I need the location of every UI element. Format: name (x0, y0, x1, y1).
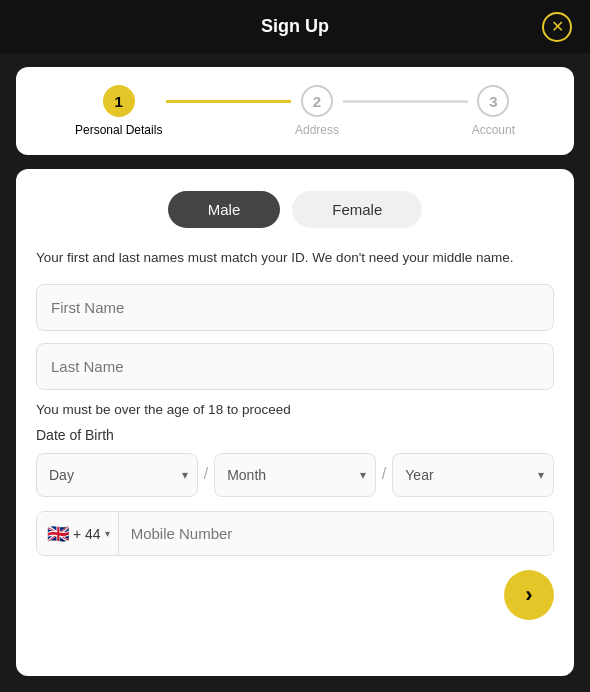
next-btn-wrap: › (36, 570, 554, 620)
step-3-circle: 3 (477, 85, 509, 117)
dob-label: Date of Birth (36, 427, 554, 443)
step-1: 1 Personal Details (75, 85, 162, 137)
country-chevron-icon: ▾ (105, 528, 110, 539)
country-code-text: + 44 (73, 526, 101, 542)
step-2: 2 Address (295, 85, 339, 137)
header: Sign Up ✕ (0, 0, 590, 53)
last-name-input[interactable] (36, 343, 554, 390)
day-select[interactable]: Day (36, 453, 198, 497)
step-3-label: Account (472, 123, 515, 137)
step-2-label: Address (295, 123, 339, 137)
step-line-1 (166, 100, 291, 103)
mobile-number-input[interactable] (119, 512, 553, 555)
gender-row: Male Female (36, 191, 554, 228)
name-info-text: Your first and last names must match you… (36, 248, 554, 268)
age-warning-text: You must be over the age of 18 to procee… (36, 402, 554, 417)
page-title: Sign Up (261, 16, 329, 37)
step-3: 3 Account (472, 85, 515, 137)
country-selector[interactable]: 🇬🇧 + 44 ▾ (37, 512, 119, 555)
day-select-wrap: Day ▾ (36, 453, 198, 497)
female-button[interactable]: Female (292, 191, 422, 228)
dob-slash-2: / (376, 465, 392, 483)
close-button[interactable]: ✕ (542, 12, 572, 42)
step-line-2 (343, 100, 468, 103)
dob-row: Day ▾ / Month ▾ / Year ▾ (36, 453, 554, 497)
step-1-circle: 1 (103, 85, 135, 117)
month-select-wrap: Month ▾ (214, 453, 376, 497)
first-name-input[interactable] (36, 284, 554, 331)
year-select[interactable]: Year (392, 453, 554, 497)
dob-slash-1: / (198, 465, 214, 483)
step-2-circle: 2 (301, 85, 333, 117)
step-1-label: Personal Details (75, 123, 162, 137)
form-card: Male Female Your first and last names mu… (16, 169, 574, 676)
year-select-wrap: Year ▾ (392, 453, 554, 497)
next-button[interactable]: › (504, 570, 554, 620)
month-select[interactable]: Month (214, 453, 376, 497)
uk-flag-icon: 🇬🇧 (47, 523, 69, 545)
stepper-card: 1 Personal Details 2 Address 3 Account (16, 67, 574, 155)
male-button[interactable]: Male (168, 191, 281, 228)
stepper: 1 Personal Details 2 Address 3 Account (75, 85, 515, 137)
phone-row: 🇬🇧 + 44 ▾ (36, 511, 554, 556)
